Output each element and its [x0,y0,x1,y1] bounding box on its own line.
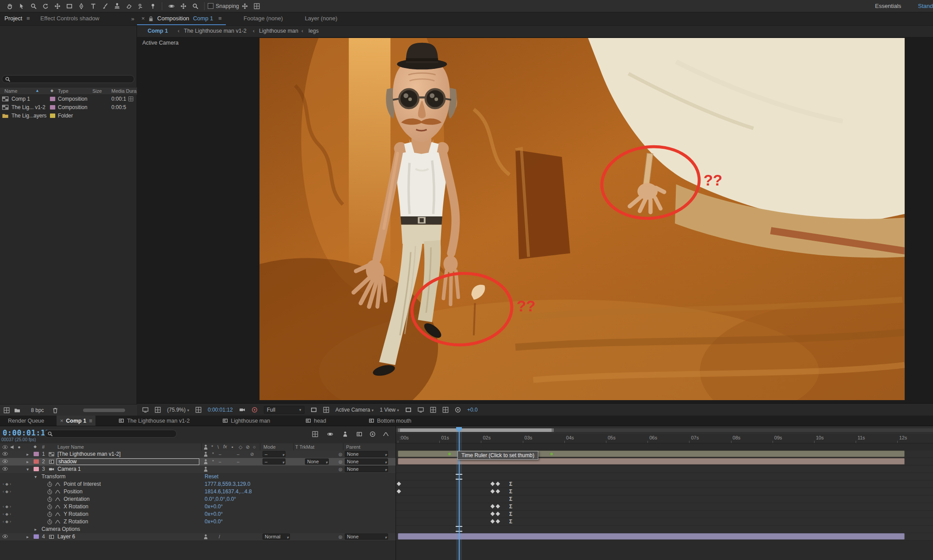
project-row-layers-folder[interactable]: The Lig...ayers Folder [0,112,137,120]
frame-blending-icon[interactable] [356,431,362,437]
layer-marker[interactable] [448,453,451,455]
project-row-lighthouse-v12[interactable]: The Lig... v1-2 Composition 0:00:5 [0,103,137,112]
expression-icon[interactable]: Σ [509,503,512,510]
primary-viewer-icon[interactable] [155,407,161,413]
track-xy-camera-tool[interactable] [177,0,189,12]
property-value[interactable]: 1777.8,559.3,129.0 [205,481,250,487]
quality-switch[interactable]: / [219,534,220,539]
keyframe-icon[interactable] [491,482,495,486]
blend-mode-dropdown[interactable]: –▾ [263,458,286,465]
current-time-button[interactable]: 0:00:01:12 [208,407,233,413]
keyframe-navigator[interactable]: ‹◆› [3,512,12,516]
zoom-tool[interactable] [27,0,39,12]
hand-tool[interactable] [4,0,15,12]
pixel-aspect-icon[interactable] [405,407,411,413]
brush-tool[interactable] [99,0,111,12]
layer-row-4-layer6[interactable]: ▸ 4 Layer 6 / Normal▾ ◎ None▾ [0,533,396,541]
workspace-standard[interactable]: Stand [918,3,933,9]
eraser-tool[interactable] [123,0,135,12]
pan-behind-tool[interactable] [51,0,63,12]
tab-lighthouse-man-timeline[interactable]: Lighthouse man [219,416,274,426]
property-value[interactable]: 0x+0.0° [205,511,223,517]
view-layout-dropdown[interactable]: 1 View ▾ [380,407,399,413]
property-label[interactable]: X Rotation [64,503,88,510]
mode-column[interactable]: Mode [263,444,276,450]
tab-effect-controls[interactable]: Effect Controls shadow [36,12,103,25]
parent-dropdown[interactable]: None▾ [345,458,388,465]
stopwatch-icon[interactable] [47,504,53,510]
keyframe-navigator[interactable]: ‹◆› [3,504,12,509]
property-value[interactable]: 0x+0.0° [205,503,223,510]
rectangle-tool[interactable] [63,0,75,12]
new-folder-icon[interactable] [14,407,20,413]
tab-overflow-chevron[interactable]: » [131,15,134,22]
draft-3d-icon[interactable] [327,431,333,437]
snapshot-camera-icon[interactable] [239,407,245,413]
panel-menu-icon[interactable]: ≡ [218,15,222,22]
snapping-checkbox[interactable] [208,3,213,9]
stopwatch-icon[interactable] [47,481,53,487]
property-value[interactable]: 1814.6,1637.4,...4.8 [205,488,252,495]
shy-switch-icon[interactable] [203,534,209,540]
quality-switch[interactable]: – [219,452,221,457]
label-color-chip[interactable] [50,97,55,101]
eye-icon[interactable] [2,466,8,472]
expression-icon[interactable]: Σ [509,481,512,487]
transform-group-row[interactable]: ▾ Transform Reset [0,473,396,481]
column-name[interactable]: Name [4,88,17,94]
shy-switch-icon[interactable] [203,466,209,472]
show-channel-icon[interactable] [251,407,258,413]
keyframe-icon[interactable] [496,519,500,524]
panel-menu-icon[interactable]: ≡ [89,418,92,424]
property-label[interactable]: Point of Interest [64,481,101,487]
resolution-dropdown[interactable]: Full▾ [264,406,305,414]
keyframe-icon[interactable] [496,512,500,516]
keyframe-icon[interactable] [496,489,500,494]
frame-blend-switch[interactable]: – [237,452,240,457]
keyframe-navigator[interactable]: ‹◆› [3,482,12,486]
tab-comp1-timeline[interactable]: × Comp 1 ≡ [57,416,95,426]
collapse-arrow-icon[interactable]: ▾ [27,467,29,472]
parent-pickwhip-icon[interactable]: ◎ [339,459,343,464]
graph-editor-icon[interactable] [383,431,389,437]
close-icon[interactable]: × [60,418,63,424]
property-label[interactable]: Y Rotation [64,511,88,517]
text-tool[interactable] [87,0,99,12]
property-row-point-of-interest[interactable]: ‹◆› Point of Interest 1777.8,559.3,129.0 [0,481,396,488]
label-color-chip[interactable] [34,534,39,539]
snapping-toggle[interactable]: Snapping [208,3,239,9]
property-value[interactable]: 0.0°,0.0°,0.0° [205,496,236,502]
layer-name-edit-field[interactable]: shadow [57,458,199,465]
tab-project[interactable]: Project ≡ [0,12,34,25]
snap-options-icon[interactable] [239,0,251,12]
group-label[interactable]: Camera Options [42,526,80,532]
safe-zones-icon[interactable] [195,407,202,413]
keyframe-icon[interactable] [496,482,500,486]
expression-icon[interactable]: Σ [509,496,512,502]
clone-stamp-tool[interactable] [111,0,123,12]
parent-pickwhip-icon[interactable]: ◎ [339,534,343,539]
property-row-z-rotation[interactable]: ‹◆› Z Rotation 0x+0.0° [0,518,396,526]
unified-camera-tool[interactable] [165,0,177,12]
eye-icon[interactable] [2,458,8,464]
tab-layer[interactable]: Layer (none) [301,12,342,25]
shy-switch-icon[interactable] [203,459,209,465]
keyframe-icon[interactable] [491,504,495,509]
panel-scrollbar[interactable] [83,409,125,412]
work-area-strip[interactable] [396,426,933,434]
hide-shy-layers-icon[interactable] [342,431,348,437]
stopwatch-icon[interactable] [47,519,53,525]
property-label[interactable]: Z Rotation [64,518,88,525]
parent-pickwhip-icon[interactable]: ◎ [339,467,343,472]
trkmat-column[interactable]: T TrkMat [295,444,314,450]
expand-arrow-icon[interactable]: ▸ [27,534,29,539]
project-row-comp1[interactable]: Comp 1 Composition 0:00:1 [0,95,137,103]
bit-depth-label[interactable]: 8 bpc [31,407,44,413]
timeline-current-time[interactable]: 0:00:01:12 [3,428,50,437]
stopwatch-icon[interactable] [47,489,53,495]
tab-footage[interactable]: Footage (none) [239,12,287,25]
interpret-footage-icon[interactable] [4,407,10,413]
stopwatch-icon[interactable] [47,511,53,517]
track-z-camera-tool[interactable] [189,0,201,12]
layer-row-1[interactable]: ▸ 1 [The Lighthouse man v1-2] * – – ⊘ –▾… [0,450,396,458]
